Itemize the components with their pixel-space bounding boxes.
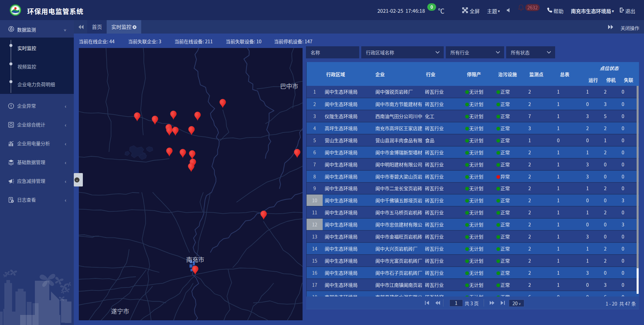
svg-text:巴中市: 巴中市	[280, 82, 298, 90]
svg-text:遂宁市: 遂宁市	[111, 307, 129, 315]
svg-text:南充市: 南充市	[186, 255, 204, 264]
